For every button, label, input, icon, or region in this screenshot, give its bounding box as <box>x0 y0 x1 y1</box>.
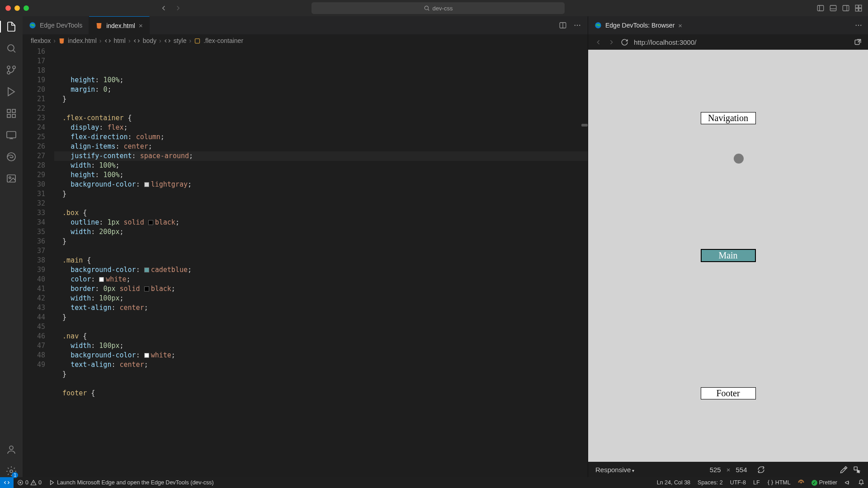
nav-forward-icon[interactable] <box>174 4 182 12</box>
svg-rect-5 <box>859 5 862 8</box>
svg-rect-4 <box>855 5 858 8</box>
svg-rect-7 <box>859 9 862 11</box>
close-icon[interactable]: × <box>139 22 143 29</box>
search-icon <box>424 5 430 11</box>
tag-icon <box>164 38 171 44</box>
bell-status[interactable] <box>854 479 868 486</box>
panel-bottom-icon[interactable] <box>829 4 837 12</box>
svg-point-31 <box>860 25 861 26</box>
viewport-height[interactable]: 554 <box>736 466 747 474</box>
panel-right-icon[interactable] <box>842 4 850 12</box>
eol-status[interactable]: LF <box>750 479 764 486</box>
status-bar: 0 0 Launch Microsoft Edge and open the E… <box>0 477 868 488</box>
remote-indicator[interactable] <box>0 477 14 488</box>
open-external-icon[interactable] <box>854 38 862 46</box>
browser-toolbar: http://localhost:3000/ <box>588 34 868 50</box>
tab-label: Edge DevTools <box>40 22 82 29</box>
eyedropper-icon[interactable] <box>840 466 848 474</box>
prettier-status[interactable]: ✓ Prettier <box>808 479 841 486</box>
remote-activity[interactable] <box>5 129 17 141</box>
edge-icon <box>29 22 36 29</box>
minimize-window-button[interactable] <box>14 5 20 11</box>
browser-reload-icon[interactable] <box>621 38 628 46</box>
code-editor[interactable]: 1617181920212223242526272829303132333435… <box>23 47 588 477</box>
svg-point-21 <box>10 470 13 473</box>
breadcrumb-style[interactable]: style <box>174 37 187 44</box>
maximize-window-button[interactable] <box>24 5 29 11</box>
breadcrumb-folder[interactable]: flexbox <box>31 37 51 44</box>
tab-label: Edge DevTools: Browser <box>605 22 675 29</box>
minimap-handle[interactable] <box>581 124 588 127</box>
browser-pane: Edge DevTools: Browser × http://localhos… <box>588 16 868 477</box>
encoding-status[interactable]: UTF-8 <box>726 479 750 486</box>
breadcrumb-file[interactable]: index.html <box>68 37 97 44</box>
bell-icon <box>858 479 864 486</box>
layout-icon[interactable] <box>854 4 863 12</box>
close-window-button[interactable] <box>5 5 11 11</box>
viewport-width[interactable]: 525 <box>710 466 721 474</box>
breadcrumb[interactable]: flexbox› index.html› html› body› style› … <box>23 34 588 47</box>
search-activity[interactable] <box>5 42 17 54</box>
selector-icon <box>194 38 201 44</box>
go-live-status[interactable] <box>794 479 808 486</box>
tab-devtools[interactable]: Edge DevTools <box>23 16 89 34</box>
svg-rect-33 <box>854 467 857 470</box>
inspect-icon[interactable] <box>853 466 861 474</box>
accounts-activity[interactable] <box>5 444 17 455</box>
svg-point-26 <box>579 25 580 26</box>
tab-devtools-browser[interactable]: Edge DevTools: Browser × <box>588 16 689 34</box>
tab-index-html[interactable]: index.html × <box>89 16 150 34</box>
language-status[interactable]: HTML <box>764 479 794 486</box>
explorer-activity[interactable] <box>5 21 17 33</box>
svg-point-30 <box>858 25 859 26</box>
html-file-icon <box>95 22 103 29</box>
more-icon[interactable] <box>573 21 581 29</box>
cursor-position[interactable]: Ln 24, Col 38 <box>653 479 694 486</box>
browser-forward-icon[interactable] <box>608 38 615 46</box>
browser-tabs: Edge DevTools: Browser × <box>588 16 868 34</box>
svg-rect-18 <box>7 175 15 182</box>
command-center-search[interactable]: dev-css <box>311 2 565 14</box>
extensions-activity[interactable] <box>5 108 17 119</box>
indent-status[interactable]: Spaces: 2 <box>694 479 726 486</box>
rotate-icon[interactable] <box>757 466 765 474</box>
edge-activity[interactable] <box>5 151 17 163</box>
nav-back-icon[interactable] <box>160 4 168 12</box>
settings-activity[interactable]: 1 <box>5 465 17 477</box>
svg-rect-12 <box>7 109 10 113</box>
run-debug-activity[interactable] <box>5 86 17 98</box>
svg-point-8 <box>8 45 14 51</box>
split-editor-icon[interactable] <box>559 21 567 29</box>
svg-rect-6 <box>855 9 858 11</box>
image-activity[interactable] <box>5 173 17 184</box>
browser-back-icon[interactable] <box>594 38 602 46</box>
close-icon[interactable]: × <box>678 22 682 29</box>
more-icon[interactable] <box>854 21 863 29</box>
feedback-status[interactable] <box>841 479 854 486</box>
html-file-icon <box>58 38 65 44</box>
code-content[interactable]: height: 100%; margin: 0; } .flex-contain… <box>54 47 588 477</box>
debug-icon <box>49 479 55 486</box>
breadcrumb-body[interactable]: body <box>143 37 156 44</box>
titlebar: dev-css <box>0 0 868 16</box>
panel-left-icon[interactable] <box>816 4 825 12</box>
tag-icon <box>104 38 111 44</box>
svg-rect-2 <box>830 5 836 11</box>
preview-nav-box: Navigation <box>701 113 755 124</box>
svg-rect-14 <box>7 114 10 117</box>
svg-rect-13 <box>12 109 15 113</box>
svg-point-9 <box>13 66 15 69</box>
breadcrumb-selector[interactable]: .flex-container <box>203 37 243 44</box>
responsive-dropdown[interactable]: Responsive <box>595 466 634 474</box>
launch-status[interactable]: Launch Microsoft Edge and open the Edge … <box>45 479 217 486</box>
problems-status[interactable]: 0 0 <box>14 479 45 486</box>
dim-separator: × <box>726 466 731 474</box>
preview-page[interactable]: Navigation Main Footer <box>588 50 868 462</box>
preview-main-box: Main <box>701 249 755 262</box>
breadcrumb-html[interactable]: html <box>114 37 126 44</box>
scm-activity[interactable] <box>5 64 17 76</box>
megaphone-icon <box>844 479 851 486</box>
url-field[interactable]: http://localhost:3000/ <box>634 38 849 46</box>
braces-icon <box>767 479 774 486</box>
svg-point-10 <box>7 71 10 74</box>
